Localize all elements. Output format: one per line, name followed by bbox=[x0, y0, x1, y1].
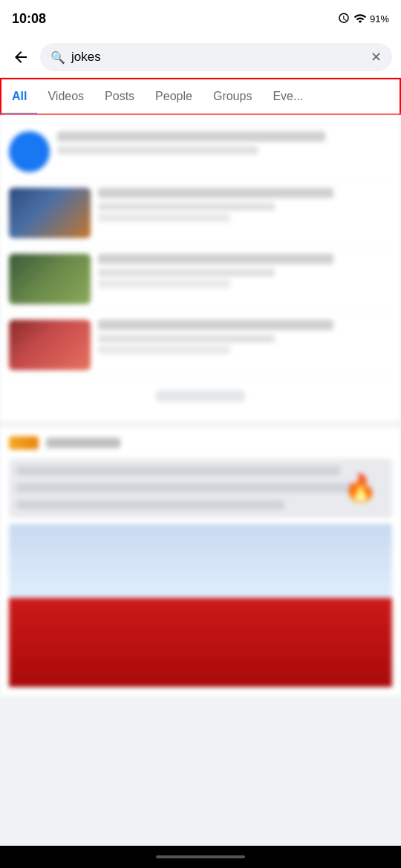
post-content-area: 🔥 bbox=[9, 458, 392, 518]
result-title-3 bbox=[98, 320, 333, 330]
back-arrow-icon bbox=[12, 48, 30, 66]
result-text bbox=[57, 131, 392, 157]
search-input-box[interactable]: 🔍 jokes ✕ bbox=[40, 43, 392, 71]
alarm-icon bbox=[337, 12, 351, 25]
result-item-profile[interactable] bbox=[9, 124, 392, 180]
clear-search-button[interactable]: ✕ bbox=[371, 49, 382, 65]
post-image-area bbox=[9, 524, 392, 687]
nav-bar bbox=[0, 846, 401, 868]
search-results-section-2: 🔥 bbox=[0, 427, 401, 696]
post-text-line-2 bbox=[16, 483, 370, 493]
signal-icon bbox=[353, 12, 367, 25]
post-emoji: 🔥 bbox=[344, 473, 377, 504]
video-thumbnail-3 bbox=[9, 320, 91, 370]
tabs-container: All Videos Posts People Groups Eve... bbox=[0, 78, 401, 115]
see-more-button[interactable] bbox=[156, 390, 245, 402]
result-subtitle2-3 bbox=[98, 346, 230, 354]
result-item-video-2[interactable] bbox=[9, 246, 392, 312]
result-subtitle-2 bbox=[98, 269, 275, 277]
result-subtitle bbox=[57, 146, 258, 154]
result-subtitle-1 bbox=[98, 203, 275, 211]
tab-events[interactable]: Eve... bbox=[262, 79, 313, 114]
battery-text: 91% bbox=[370, 13, 389, 24]
post-text-line-3 bbox=[16, 500, 284, 510]
post-image-red-section bbox=[9, 598, 392, 687]
tab-all[interactable]: All bbox=[1, 79, 37, 114]
result-text-1 bbox=[98, 188, 392, 222]
see-more-section bbox=[9, 383, 392, 412]
tab-groups[interactable]: Groups bbox=[203, 79, 262, 114]
search-bar-container: 🔍 jokes ✕ bbox=[0, 37, 401, 78]
tab-people[interactable]: People bbox=[145, 79, 203, 114]
post-text-line-1 bbox=[16, 466, 340, 476]
home-indicator bbox=[156, 855, 245, 858]
status-bar: 10:08 91% bbox=[0, 0, 401, 37]
tab-posts[interactable]: Posts bbox=[94, 79, 145, 114]
back-button[interactable] bbox=[9, 45, 33, 69]
post-header-row bbox=[9, 436, 392, 450]
avatar bbox=[9, 131, 50, 172]
result-title-1 bbox=[98, 188, 333, 198]
search-query-text: jokes bbox=[71, 50, 365, 65]
result-text-2 bbox=[98, 254, 392, 288]
tab-videos[interactable]: Videos bbox=[37, 79, 94, 114]
result-subtitle2-1 bbox=[98, 214, 230, 222]
result-title bbox=[57, 131, 325, 142]
result-title-2 bbox=[98, 254, 333, 264]
main-content: 🔥 bbox=[0, 115, 401, 866]
result-text-3 bbox=[98, 320, 392, 354]
video-thumbnail-1 bbox=[9, 188, 91, 238]
result-subtitle-3 bbox=[98, 335, 275, 343]
post-header-title bbox=[46, 438, 120, 448]
search-icon: 🔍 bbox=[50, 50, 65, 65]
result-subtitle2-2 bbox=[98, 280, 230, 288]
result-item-video-1[interactable] bbox=[9, 180, 392, 246]
result-item-video-3[interactable] bbox=[9, 312, 392, 378]
status-icons: 91% bbox=[337, 12, 389, 25]
search-results-section-1 bbox=[0, 115, 401, 421]
video-thumbnail-2 bbox=[9, 254, 91, 304]
status-time: 10:08 bbox=[12, 11, 46, 27]
post-source-icon bbox=[9, 436, 39, 450]
